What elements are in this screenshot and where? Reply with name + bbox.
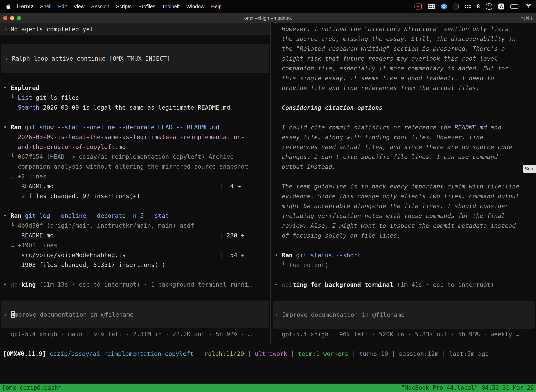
text-segment: • [274,281,282,288]
text-segment: slight risk that future readers may over… [274,55,498,62]
prompt-input-right[interactable]: › Improve documentation in @filename [273,301,535,329]
menu-item-profiles[interactable]: Profiles [135,4,159,9]
keyboard-icon[interactable] [428,4,435,9]
text-segment: 2 files changed, 92 insertions(+) [3,192,140,200]
menu-items: ShellEditViewSessionScriptsProfilesToolb… [37,4,225,9]
terminal-line: └ 067f154 (HEAD -> essay/ai-reimplementa… [0,152,270,162]
dark-app-icon[interactable] [453,4,459,9]
menu-item-shell[interactable]: Shell [37,4,55,9]
text-segment: Wor [10,281,21,288]
menu-item-iterm2[interactable]: iTerm2 [14,4,37,9]
tmux-host-time-label: "MacBook-Pro-44.local" 04:52 31-Mar-26 [401,383,534,392]
menu-item-view[interactable]: View [70,4,88,9]
text-segment: › [275,311,282,318]
text-segment: ultrawork [255,350,287,357]
terminal-line: companion analysis without altering the … [0,162,270,171]
traffic-lights [3,16,21,20]
terminal-line: output instead. [271,162,536,172]
text-segment: (1m 41s • esc to interrupt) [393,281,494,288]
right-pane[interactable]: However, I noticed the "Directory Struct… [271,23,536,344]
text-segment: src/voice/voiceModeEnabled.ts | 54 + [3,252,244,258]
terminal-line [0,112,270,122]
text-segment: and [487,124,501,131]
menu-item-scripts[interactable]: Scripts [113,4,135,9]
text-segment: team:1 workers [298,350,349,357]
terminal-line [0,270,270,280]
menu-item-session[interactable]: Session [88,4,113,9]
menu-item-window[interactable]: Window [183,4,208,9]
terminal-line: and-the-erosion-of-copyleft.md [0,142,270,152]
terminal-line: I could cite commit statistics or refere… [271,122,536,132]
apple-menu-icon[interactable] [6,4,11,9]
text-segment: 4b9d30f (origin/main, instructkr/main, m… [18,222,194,229]
text-segment: └ [3,26,10,33]
text-segment: the "Related research writing" section i… [274,45,505,52]
menu-bar: iTerm2 ShellEditViewSessionScriptsProfil… [0,0,536,13]
terminal-line: README.md | 4 + [0,181,270,191]
menu-item-edit[interactable]: Edit [55,4,70,9]
menu-item-help[interactable]: Help [208,4,225,9]
prompt-input-left[interactable]: › Improve documentation in @filename [1,300,269,328]
terminal-line [0,201,270,211]
text-segment: king [21,281,36,288]
terminal-line [271,172,536,182]
text-segment: of focusing solely on file lines. [274,232,400,239]
text-segment: Improve documentation in @filename [282,311,405,318]
text-segment: | [388,350,399,357]
tooltip-text: Scre [525,166,535,172]
menu-item-toolbelt[interactable]: Toolbelt [159,4,183,9]
ralph-loop-line: › Ralph loop active continue [OMX_TMUX_I… [1,54,170,63]
text-segment: this single essay, it seems like a good … [274,75,494,82]
text-segment: └ [274,261,289,269]
text-segment: 2026-03-09-is-legal-the-same-as-legitima… [39,104,230,111]
close-button[interactable] [3,16,7,20]
text-segment: • [274,252,282,259]
battery-icon[interactable] [510,5,519,9]
text-segment [274,104,282,111]
text-segment: git status --short [296,252,361,259]
text-segment: Ralph loop active continue [OMX_TMUX_INJ… [12,55,170,62]
figure-eight-icon[interactable]: 8 [477,3,480,10]
text-segment: evidence. Since this change only affects… [274,193,519,200]
fullscreen-button[interactable] [17,16,21,20]
text-segment [21,124,25,131]
text-segment: • [3,281,10,288]
text-segment: git log --oneline --decorate -n 5 --stat [25,212,169,219]
terminal-line: Search 2026-03-09-is-legal-the-same-as-l… [0,103,270,112]
text-segment: Ran [10,124,21,131]
terminal-line [271,270,536,280]
battery-percent-widget-icon[interactable]: .61 [486,3,492,10]
terminal-line [271,93,536,103]
text-segment: git show --stat --oneline --decorate HEA… [25,124,219,131]
wifi-icon[interactable] [526,4,531,10]
left-pane[interactable]: └ No agents completed yet › Ralph loop a… [0,23,270,344]
terminal-line [271,112,536,122]
text-segment [21,212,25,219]
text-segment: › [4,311,11,318]
text-segment: | [287,350,298,357]
text-segment: and-the-erosion-of-copyleft.md [18,143,126,150]
text-segment: (11m 13s • esc to interrupt) · 1 backgro… [36,281,252,288]
terminal-line: provide file and line references from th… [271,83,536,93]
minimize-button[interactable] [10,16,14,20]
dots-grid-icon[interactable] [465,5,471,9]
terminal-line: slight risk that future readers may over… [271,54,536,63]
input-source-icon[interactable]: A [498,4,504,9]
text-segment: I [11,311,14,318]
text-segment: I could cite commit statistics or refere… [274,124,455,131]
text-segment: • [3,212,10,219]
text-segment [3,143,18,150]
right-transcript: However, I noticed the "Directory Struct… [271,24,536,289]
terminal-line: • Explored [0,83,270,93]
text-segment: Ran [282,252,292,259]
text-segment: | [194,350,204,357]
window-titlebar[interactable]: omx --xhigh --madmax ⌥⌘1 [0,13,536,23]
blue-app-icon[interactable] [441,4,447,9]
text-segment: 1903 files changed, 513517 insertions(+) [3,261,165,268]
screen-recording-icon[interactable] [415,4,422,9]
text-segment: changes, I can't cite specific file line… [274,153,498,160]
text-segment: However, I noticed the "Directory Struct… [274,25,509,33]
terminal-line: 2 files changed, 92 insertions(+) [0,191,270,201]
ralph-loop-banner: › Ralph loop active continue [OMX_TMUX_I… [1,44,269,73]
text-segment: Considering citation options [282,104,383,111]
